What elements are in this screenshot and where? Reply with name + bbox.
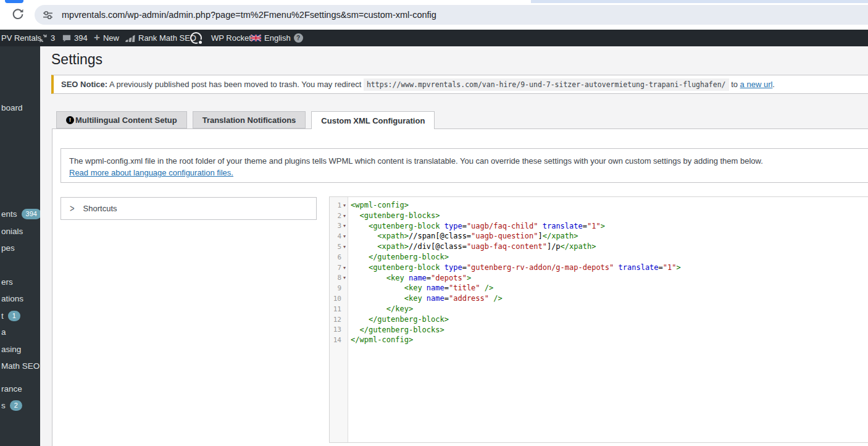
line-number: 5 xyxy=(337,243,341,251)
code-line[interactable]: </key> xyxy=(351,304,868,314)
sidebar-item[interactable]: s2 xyxy=(0,399,41,411)
code-line[interactable]: </gutenberg-blocks> xyxy=(351,325,868,335)
reload-button[interactable] xyxy=(10,7,25,22)
gutter-line: 9 xyxy=(330,283,348,293)
fold-arrow-icon[interactable]: ▾ xyxy=(341,265,348,271)
browser-toolbar: mpvrentals.com/wp-admin/admin.php?page=t… xyxy=(0,0,868,30)
admin-sidebar: boardents394onialspesersationst1aasingMa… xyxy=(0,46,40,446)
seo-notice-label: SEO Notice: xyxy=(61,80,107,89)
sidebar-item[interactable]: ents394 xyxy=(0,208,41,220)
code-line[interactable]: </gutenberg-block> xyxy=(351,252,868,263)
code-line[interactable]: <gutenberg-blocks> xyxy=(351,211,868,221)
admin-bar-new[interactable]: + New xyxy=(94,30,119,46)
gutter-line: 4▾ xyxy=(330,231,348,242)
url-text[interactable]: mpvrentals.com/wp-admin/admin.php?page=t… xyxy=(62,10,436,20)
read-more-link[interactable]: Read more about language configuration f… xyxy=(69,168,233,177)
window-frame-strip xyxy=(531,0,868,3)
admin-bar-rank-math[interactable]: Rank Math SEO xyxy=(125,30,196,46)
admin-bar-wp-rocket[interactable]: WP Rocket xyxy=(211,30,251,46)
tab-label: Custom XML Configuration xyxy=(321,116,425,125)
code-line[interactable]: <key name="depots"> xyxy=(351,273,868,284)
sidebar-item[interactable]: ers xyxy=(0,276,41,288)
updates-icon xyxy=(39,34,48,43)
sidebar-item[interactable]: onials xyxy=(0,225,41,237)
gutter-line: 14 xyxy=(330,335,348,345)
line-number: 13 xyxy=(333,326,341,334)
code-line[interactable]: <wpml-config> xyxy=(351,200,868,211)
admin-bar-updates[interactable]: 3 xyxy=(39,30,55,46)
content-area: Settings SEO Notice: A previously publis… xyxy=(40,46,868,446)
fold-arrow-icon[interactable]: ▾ xyxy=(341,275,348,280)
code-line[interactable]: <xpath>//div[@class="uagb-faq-content"]/… xyxy=(351,242,868,252)
wpml-config-info-text: The wpml-config.xml file in the root fol… xyxy=(69,156,868,166)
uk-flag-icon xyxy=(251,35,261,41)
tab-custom-xml-configuration[interactable]: Custom XML Configuration xyxy=(311,111,435,129)
line-number: 8 xyxy=(337,274,341,282)
sidebar-item[interactable]: pes xyxy=(0,242,41,254)
code-line[interactable]: </wpml-config> xyxy=(351,335,868,345)
sidebar-item[interactable]: asing xyxy=(0,343,41,355)
sidebar-item[interactable]: t1 xyxy=(0,309,41,322)
sidebar-item-label: asing xyxy=(1,345,21,354)
help-badge[interactable]: ? xyxy=(294,33,303,43)
comments-icon xyxy=(62,34,71,43)
gutter-line: 5▾ xyxy=(330,242,348,252)
sidebar-count-badge: 1 xyxy=(8,311,20,321)
site-settings-icon[interactable] xyxy=(43,10,53,20)
tab-translation-notifications[interactable]: Translation Notifications xyxy=(193,111,306,128)
fold-arrow-icon[interactable]: ▾ xyxy=(341,244,348,250)
new-url-link[interactable]: a new url xyxy=(740,80,773,89)
code-line[interactable]: <gutenberg-block type="gutenberg-rv-addo… xyxy=(351,263,868,273)
editor-code[interactable]: <wpml-config> <gutenberg-blocks> <gutenb… xyxy=(348,197,868,442)
fold-arrow-icon[interactable]: ▾ xyxy=(341,203,348,208)
sidebar-item[interactable]: a xyxy=(0,326,41,338)
code-line[interactable]: <xpath>//span[@class="uagb-question"]</x… xyxy=(351,231,868,242)
seo-notice-text: A previously published post has been mov… xyxy=(107,80,364,89)
admin-bar-language[interactable]: English ? xyxy=(251,30,303,46)
code-line[interactable]: <key name="title" /> xyxy=(351,283,868,293)
site-name-label: PV Rentals xyxy=(1,33,41,43)
fold-arrow-icon[interactable]: ▾ xyxy=(341,234,348,239)
sidebar-count-badge: 394 xyxy=(22,209,41,219)
wp-admin-bar: PV Rentals 3 394 + New xyxy=(0,30,868,46)
code-line[interactable]: </gutenberg-block> xyxy=(351,314,868,325)
gutter-line: 2▾ xyxy=(330,211,348,221)
sidebar-item[interactable]: Math SEO xyxy=(0,360,41,372)
gutter-line: 11 xyxy=(330,304,348,314)
fold-arrow-icon[interactable]: ▾ xyxy=(341,223,348,229)
sidebar-item-label: board xyxy=(1,103,23,112)
code-line[interactable]: <gutenberg-block type="uagb/faq-child" t… xyxy=(351,221,868,232)
rank-math-icon xyxy=(125,34,135,43)
tab-label: Multilingual Content Setup xyxy=(75,116,177,125)
tab-multilingual-content-setup[interactable]: ! Multilingual Content Setup xyxy=(56,111,187,128)
tab-bar: ! Multilingual Content Setup Translation… xyxy=(56,111,440,129)
line-number: 10 xyxy=(333,295,341,303)
admin-bar-comments[interactable]: 394 xyxy=(62,30,88,46)
sidebar-item[interactable]: ations xyxy=(0,292,41,305)
tab-label: Translation Notifications xyxy=(202,116,296,125)
url-bar[interactable]: mpvrentals.com/wp-admin/admin.php?page=t… xyxy=(35,5,868,25)
line-number: 7 xyxy=(337,264,341,272)
sidebar-item-label: onials xyxy=(1,227,23,236)
sidebar-item[interactable]: rance xyxy=(0,382,41,395)
sidebar-item[interactable]: board xyxy=(0,101,41,114)
admin-bar-q-plugin[interactable] xyxy=(190,30,202,46)
code-line[interactable]: <key name="address" /> xyxy=(351,293,868,304)
gutter-line: 10 xyxy=(330,293,348,304)
redirect-url-code: https://www.mpvrentals.com/van-hire/9-un… xyxy=(364,78,729,91)
shortcuts-toggle[interactable]: > Shortcuts xyxy=(61,197,317,220)
seo-notice-period: . xyxy=(772,80,775,89)
fold-arrow-icon[interactable]: ▾ xyxy=(341,213,348,219)
sidebar-item-label: ents xyxy=(1,209,17,219)
seo-notice: SEO Notice: A previously published post … xyxy=(51,75,868,94)
line-number: 11 xyxy=(333,305,341,313)
xml-code-editor[interactable]: 1▾2▾3▾4▾5▾67▾8▾91011121314 <wpml-config>… xyxy=(329,196,868,443)
screen: mpvrentals.com/wp-admin/admin.php?page=t… xyxy=(0,0,868,446)
sidebar-item-label: rance xyxy=(1,384,22,393)
q-logo-icon xyxy=(190,32,202,44)
line-number: 6 xyxy=(337,253,341,261)
tab-panel: The wpml-config.xml file in the root fol… xyxy=(52,128,868,446)
sidebar-item-label: pes xyxy=(1,243,15,253)
admin-bar-site-name[interactable]: PV Rentals xyxy=(1,30,41,46)
gutter-line: 1▾ xyxy=(330,200,348,211)
